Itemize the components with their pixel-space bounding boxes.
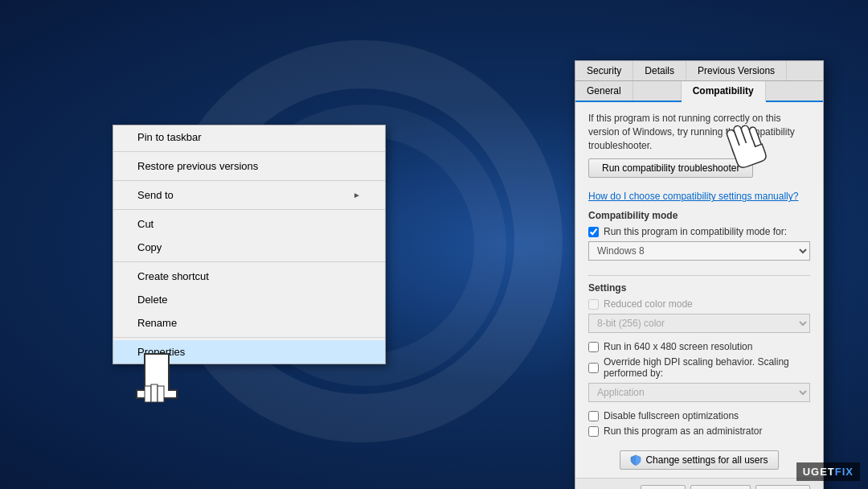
- settings-section-label: Settings: [588, 282, 810, 294]
- menu-item-restore-previous-versions[interactable]: Restore previous versions: [113, 154, 385, 178]
- compatibility-checkbox[interactable]: [588, 227, 599, 237]
- tab-details[interactable]: Details: [633, 61, 686, 80]
- menu-item-delete[interactable]: Delete: [113, 288, 385, 311]
- run-admin-row: Run this program as an administrator: [588, 425, 810, 437]
- ok-button[interactable]: OK: [641, 485, 685, 489]
- run-admin-label: Run this program as an administrator: [604, 425, 762, 437]
- compatibility-mode-section: Compatibility mode: [588, 210, 810, 221]
- cancel-button[interactable]: Cancel: [690, 485, 751, 489]
- compatibility-checkbox-label: Run this program in compatibility mode f…: [604, 226, 787, 237]
- tabs-row1: Security Details Previous Versions: [575, 61, 823, 81]
- menu-item-rename[interactable]: Rename: [113, 311, 385, 335]
- reduced-color-checkbox[interactable]: [588, 299, 599, 310]
- tab-security[interactable]: Security: [575, 61, 633, 80]
- separator-2: [113, 180, 385, 181]
- run-640-label: Run in 640 x 480 screen resolution: [604, 341, 752, 352]
- color-depth-select: 8-bit (256) color: [588, 314, 810, 333]
- compatibility-description: If this program is not running correctly…: [588, 112, 810, 152]
- manual-settings-link[interactable]: How do I choose compatibility settings m…: [588, 191, 810, 202]
- tabs-row2: General Compatibility: [575, 81, 823, 102]
- separator-3: [113, 209, 385, 210]
- svg-rect-2: [151, 384, 158, 402]
- disable-fullscreen-label: Disable fullscreen optimizations: [604, 410, 739, 421]
- apply-button[interactable]: Apply: [755, 485, 810, 489]
- disable-fullscreen-checkbox[interactable]: [588, 411, 599, 421]
- tab-compatibility[interactable]: Compatibility: [682, 81, 766, 102]
- settings-divider: [588, 275, 810, 276]
- dialog-buttons: OK Cancel Apply: [575, 478, 823, 489]
- run-admin-checkbox[interactable]: [588, 426, 599, 437]
- change-settings-button[interactable]: Change settings for all users: [620, 450, 778, 470]
- watermark-suffix: FIX: [835, 466, 854, 478]
- separator-5: [113, 337, 385, 338]
- compatibility-mode-row: Run this program in compatibility mode f…: [588, 226, 810, 237]
- scaling-select: Application: [588, 383, 810, 402]
- menu-item-pin-to-taskbar[interactable]: Pin to taskbar: [113, 125, 385, 149]
- menu-item-send-to[interactable]: Send to ►: [113, 183, 385, 207]
- reduced-color-row: Reduced color mode: [588, 298, 810, 310]
- menu-item-create-shortcut[interactable]: Create shortcut: [113, 265, 385, 288]
- tab-general[interactable]: General: [575, 81, 633, 101]
- menu-item-cut[interactable]: Cut: [113, 212, 385, 236]
- properties-body: If this program is not running correctly…: [575, 102, 823, 450]
- cursor-hand-left-icon: [129, 346, 185, 419]
- cursor-hand-right-icon: [721, 119, 773, 182]
- shield-icon: [630, 454, 641, 466]
- tab-middle[interactable]: [633, 81, 682, 101]
- watermark: UGETFIX: [796, 462, 860, 481]
- change-settings-footer: Change settings for all users: [575, 450, 823, 478]
- reduced-color-label: Reduced color mode: [604, 298, 693, 310]
- properties-window: Security Details Previous Versions Gener…: [575, 60, 824, 489]
- separator-1: [113, 151, 385, 152]
- override-dpi-label: Override high DPI scaling behavior. Scal…: [604, 356, 810, 379]
- svg-rect-3: [158, 386, 164, 402]
- separator-4: [113, 261, 385, 262]
- run-640-row: Run in 640 x 480 screen resolution: [588, 341, 810, 352]
- override-dpi-checkbox[interactable]: [588, 363, 599, 373]
- menu-item-copy[interactable]: Copy: [113, 236, 385, 259]
- context-menu: Pin to taskbar Restore previous versions…: [113, 125, 386, 364]
- watermark-prefix: UGET: [803, 466, 835, 478]
- tab-previous-versions[interactable]: Previous Versions: [686, 61, 787, 80]
- disable-fullscreen-row: Disable fullscreen optimizations: [588, 410, 810, 421]
- compatibility-os-select[interactable]: Windows 8: [588, 241, 810, 261]
- override-dpi-row: Override high DPI scaling behavior. Scal…: [588, 356, 810, 379]
- svg-rect-1: [145, 386, 151, 402]
- send-to-arrow-icon: ►: [353, 191, 361, 199]
- run-640-checkbox[interactable]: [588, 342, 599, 352]
